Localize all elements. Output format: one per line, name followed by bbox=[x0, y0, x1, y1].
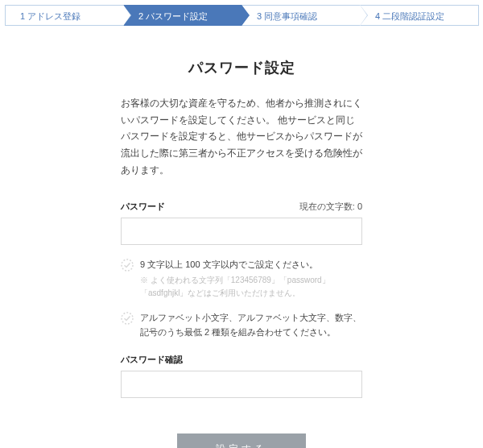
confirm-label-row: パスワード確認 bbox=[121, 354, 362, 366]
step-label: 二段階認証設定 bbox=[382, 11, 444, 21]
svg-point-0 bbox=[122, 259, 133, 271]
confirm-label: パスワード確認 bbox=[121, 354, 183, 366]
submit-button[interactable]: 設定する bbox=[177, 433, 306, 448]
step-2: 2 パスワード設定 bbox=[123, 5, 242, 26]
rule-text-block: アルファベット小文字、アルファベット大文字、数字、記号のうち最低 2 種類を組み… bbox=[140, 311, 362, 339]
progress-stepper: 1 アドレス登録 2 パスワード設定 3 同意事項確認 4 二段階認証設定 bbox=[0, 0, 483, 26]
counter-prefix: 現在の文字数: bbox=[299, 201, 357, 211]
step-num: 4 bbox=[375, 11, 380, 21]
rule-text-block: 9 文字以上 100 文字以内でご設定ください。 ※ よく使われる文字列「123… bbox=[140, 258, 362, 300]
step-4: 4 二段階認証設定 bbox=[360, 5, 479, 26]
rule-length: 9 文字以上 100 文字以内でご設定ください。 ※ よく使われる文字列「123… bbox=[121, 258, 362, 300]
form-container: パスワード設定 お客様の大切な資産を守るため、他者から推測されにくいパスワードを… bbox=[121, 26, 362, 448]
rule-note: ※ よく使われる文字列「123456789」「password」「asdfghj… bbox=[140, 274, 362, 300]
rule-text: アルファベット小文字、アルファベット大文字、数字、記号のうち最低 2 種類を組み… bbox=[140, 311, 362, 339]
step-num: 2 bbox=[138, 11, 143, 21]
step-num: 3 bbox=[257, 11, 262, 21]
step-label: アドレス登録 bbox=[27, 11, 80, 21]
check-icon bbox=[121, 312, 134, 325]
rule-charset: アルファベット小文字、アルファベット大文字、数字、記号のうち最低 2 種類を組み… bbox=[121, 311, 362, 339]
check-icon bbox=[121, 259, 134, 272]
char-counter: 現在の文字数: 0 bbox=[299, 201, 362, 213]
step-label: 同意事項確認 bbox=[264, 11, 317, 21]
step-label: パスワード設定 bbox=[146, 11, 208, 21]
page-title: パスワード設定 bbox=[121, 58, 362, 77]
rule-text: 9 文字以上 100 文字以内でご設定ください。 bbox=[140, 258, 362, 272]
submit-wrap: 設定する bbox=[121, 433, 362, 448]
intro-text: お客様の大切な資産を守るため、他者から推測されにくいパスワードを設定してください… bbox=[121, 95, 362, 178]
password-label-row: パスワード 現在の文字数: 0 bbox=[121, 201, 362, 213]
step-3: 3 同意事項確認 bbox=[242, 5, 361, 26]
step-num: 1 bbox=[20, 11, 25, 21]
password-input[interactable] bbox=[121, 218, 362, 245]
counter-value: 0 bbox=[357, 201, 362, 211]
step-1: 1 アドレス登録 bbox=[5, 5, 124, 26]
password-label: パスワード bbox=[121, 201, 165, 213]
password-confirm-input[interactable] bbox=[121, 371, 362, 398]
svg-point-1 bbox=[122, 313, 133, 324]
